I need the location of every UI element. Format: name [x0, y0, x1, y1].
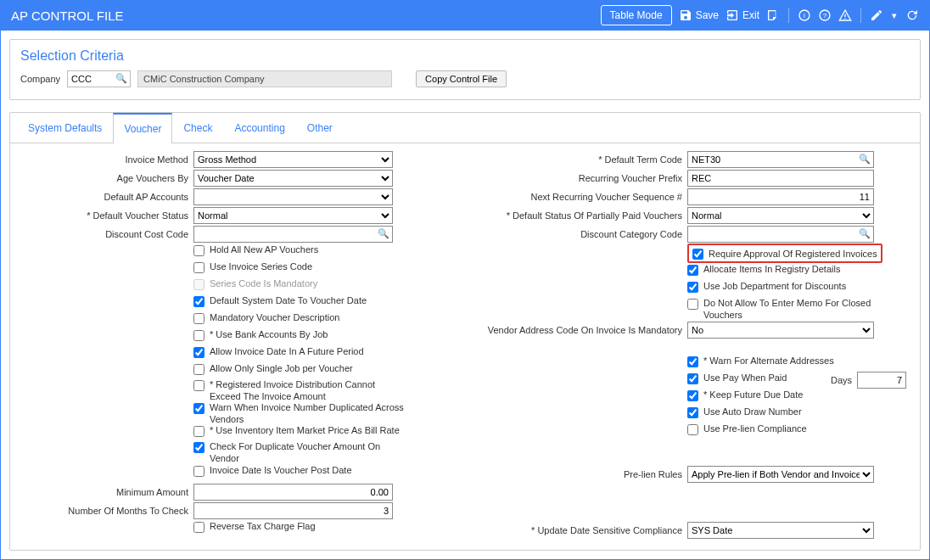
- discount-cat-lookup[interactable]: 🔍: [687, 226, 874, 243]
- days-input[interactable]: [857, 372, 906, 389]
- edit-icon[interactable]: [870, 8, 883, 22]
- invoice-method-select[interactable]: Gross Method: [193, 151, 393, 168]
- selection-criteria-panel: Selection Criteria Company 🔍 CMiC Constr…: [9, 39, 921, 100]
- prelien-rules-select[interactable]: Apply Pre-lien if Both Vendor and Invoic…: [687, 466, 874, 483]
- discount-cost-code-label: Discount Cost Code: [24, 229, 193, 239]
- check-dup-vchr-checkbox[interactable]: [193, 442, 204, 453]
- use-job-dept-label: Use Job Department for Discounts: [703, 280, 846, 292]
- default-status-ppv-label: Default Status Of Partially Paid Voucher…: [475, 210, 687, 221]
- warn-dup-checkbox[interactable]: [193, 403, 204, 414]
- allow-single-job-checkbox[interactable]: [193, 364, 204, 375]
- use-bank-by-job-label: Use Bank Accounts By Job: [210, 328, 328, 340]
- use-invoice-series-checkbox[interactable]: [193, 262, 204, 273]
- allocate-items-checkbox[interactable]: [687, 265, 698, 276]
- use-auto-draw-checkbox[interactable]: [687, 407, 698, 418]
- save-icon: [679, 8, 692, 22]
- vendor-addr-mand-label: Vendor Address Code On Invoice Is Mandat…: [475, 325, 687, 335]
- company-label: Company: [20, 74, 60, 84]
- require-approval-highlight: Require Approval Of Registered Invoices: [687, 244, 882, 263]
- series-mandatory-label: Series Code Is Mandatory: [210, 277, 317, 289]
- update-date-sens-label: Update Date Sensitive Compliance: [475, 525, 687, 535]
- age-vouchers-select[interactable]: Voucher Date: [193, 170, 393, 187]
- help-icon[interactable]: ?: [818, 8, 832, 22]
- use-pay-when-paid-checkbox[interactable]: [687, 373, 698, 384]
- hold-all-checkbox[interactable]: [193, 245, 204, 256]
- next-recur-seq-input[interactable]: [687, 188, 874, 205]
- alert-icon[interactable]: [838, 8, 852, 22]
- table-mode-button[interactable]: Table Mode: [601, 5, 672, 25]
- use-prelien-comp-label: Use Pre-lien Compliance: [703, 423, 807, 434]
- invoice-method-label: Invoice Method: [24, 154, 193, 165]
- copy-control-file-button[interactable]: Copy Control File: [416, 70, 507, 87]
- prelien-rules-label: Pre-lien Rules: [475, 469, 687, 479]
- reverse-tax-checkbox[interactable]: [193, 522, 204, 533]
- default-term-lookup[interactable]: 🔍: [687, 151, 874, 168]
- hold-all-label: Hold All New AP Vouchers: [210, 244, 318, 255]
- discount-cat-input[interactable]: [687, 226, 874, 243]
- tabs-panel: System Defaults Voucher Check Accounting…: [9, 112, 921, 551]
- default-voucher-status-select[interactable]: Normal: [193, 207, 393, 224]
- use-job-dept-checkbox[interactable]: [687, 282, 698, 293]
- require-approval-checkbox[interactable]: [692, 249, 703, 260]
- page-title: AP CONTROL FILE: [11, 8, 124, 23]
- notes-icon[interactable]: [766, 8, 780, 22]
- voucher-left-column: Invoice Method Gross Method Age Vouchers…: [24, 150, 455, 540]
- inv-date-is-post-checkbox[interactable]: [193, 466, 204, 477]
- default-status-ppv-select[interactable]: Normal: [687, 207, 874, 224]
- tab-check[interactable]: Check: [172, 113, 223, 143]
- discount-cat-label: Discount Category Code: [475, 229, 687, 239]
- title-actions: Table Mode Save Exit i ? ▾: [601, 5, 919, 25]
- tab-voucher[interactable]: Voucher: [113, 113, 172, 143]
- mandatory-desc-checkbox[interactable]: [193, 313, 204, 324]
- svg-text:?: ?: [823, 12, 827, 20]
- svg-point-5: [844, 18, 845, 19]
- default-ap-accounts-select[interactable]: [193, 188, 393, 205]
- info-icon[interactable]: i: [798, 8, 811, 22]
- update-date-sens-select[interactable]: SYS Date: [687, 522, 874, 539]
- require-approval-label: Require Approval Of Registered Invoices: [709, 248, 877, 260]
- exit-icon: [726, 8, 739, 22]
- allow-single-job-label: Allow Only Single Job per Voucher: [210, 362, 353, 374]
- allow-future-checkbox[interactable]: [193, 347, 204, 358]
- months-to-check-input[interactable]: [193, 502, 393, 519]
- use-pay-when-paid-label: Use Pay When Paid: [703, 372, 787, 384]
- reg-inv-dist-checkbox[interactable]: [193, 380, 204, 391]
- exit-button[interactable]: Exit: [726, 8, 759, 22]
- use-prelien-comp-checkbox[interactable]: [687, 424, 698, 435]
- mandatory-desc-label: Mandatory Voucher Description: [210, 311, 339, 323]
- discount-cost-code-lookup[interactable]: 🔍: [193, 226, 393, 243]
- no-memo-closed-checkbox[interactable]: [687, 299, 698, 310]
- vendor-addr-mand-select[interactable]: No: [687, 322, 874, 339]
- reverse-tax-label: Reverse Tax Charge Flag: [210, 520, 316, 532]
- tab-system-defaults[interactable]: System Defaults: [17, 113, 113, 143]
- allow-future-label: Allow Invoice Date In A Future Period: [210, 345, 364, 357]
- discount-cost-code-input[interactable]: [193, 226, 393, 243]
- voucher-right-column: Default Term Code 🔍 Recurring Voucher Pr…: [475, 150, 906, 540]
- keep-future-due-checkbox[interactable]: [687, 390, 698, 401]
- no-memo-closed-label: Do Not Allow To Enter Memo For Closed Vo…: [703, 297, 906, 321]
- warn-alt-addr-checkbox[interactable]: [687, 356, 698, 367]
- use-bank-by-job-checkbox[interactable]: [193, 330, 204, 341]
- title-bar: AP CONTROL FILE Table Mode Save Exit i ?…: [0, 0, 930, 31]
- days-label: Days: [831, 375, 852, 385]
- months-to-check-label: Number Of Months To Check: [24, 506, 193, 516]
- chevron-down-icon[interactable]: ▾: [890, 8, 899, 22]
- recurring-prefix-label: Recurring Voucher Prefix: [475, 173, 687, 183]
- allocate-items-label: Allocate Items In Registry Details: [703, 263, 840, 275]
- minimum-amount-input[interactable]: [193, 484, 393, 501]
- default-sys-date-checkbox[interactable]: [193, 296, 204, 307]
- use-invoice-series-label: Use Invoice Series Code: [210, 260, 312, 272]
- default-term-input[interactable]: [687, 151, 874, 168]
- recurring-prefix-input[interactable]: [687, 170, 874, 187]
- age-vouchers-label: Age Vouchers By: [24, 173, 193, 183]
- tab-accounting[interactable]: Accounting: [223, 113, 295, 143]
- inv-item-price-label: Use Inventory Item Market Price As Bill …: [210, 424, 400, 436]
- inv-item-price-checkbox[interactable]: [193, 426, 204, 437]
- company-code-lookup[interactable]: 🔍: [67, 70, 131, 87]
- company-code-input[interactable]: [67, 70, 131, 87]
- save-button[interactable]: Save: [679, 8, 719, 22]
- check-dup-vchr-label: Check For Duplicate Voucher Amount On Ve…: [210, 440, 405, 464]
- tab-other[interactable]: Other: [296, 113, 344, 143]
- default-sys-date-label: Default System Date To Voucher Date: [210, 294, 367, 306]
- refresh-icon[interactable]: [905, 8, 919, 22]
